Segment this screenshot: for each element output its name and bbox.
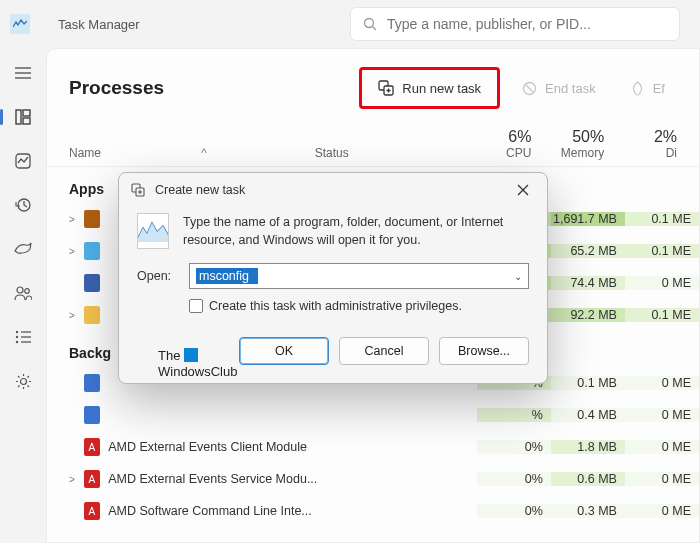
cancel-button[interactable]: Cancel — [339, 337, 429, 365]
run-new-task-label: Run new task — [402, 81, 481, 96]
app-title: Task Manager — [58, 17, 140, 32]
col-disk[interactable]: 2%Di — [604, 128, 677, 166]
ok-button[interactable]: OK — [239, 337, 329, 365]
process-name: AMD External Events Service Modu... — [108, 472, 332, 486]
dialog-icon — [131, 183, 145, 197]
dialog-description: Type the name of a program, folder, docu… — [183, 213, 529, 249]
memory-cell: 74.4 MB — [551, 276, 625, 290]
admin-checkbox-label: Create this task with administrative pri… — [209, 299, 462, 313]
column-headers: Name^ Status 6%CPU 50%Memory 2%Di — [47, 121, 699, 167]
nav-users-icon[interactable] — [12, 282, 34, 304]
cpu-cell: % — [477, 408, 551, 422]
end-task-button: End task — [510, 74, 608, 103]
table-row[interactable]: > A AMD External Events Service Modu... … — [69, 463, 699, 495]
cpu-cell: 0% — [477, 440, 551, 454]
efficiency-label: Ef — [653, 81, 665, 96]
col-name[interactable]: Name^ — [69, 146, 315, 166]
svg-rect-7 — [23, 118, 30, 124]
process-name: AMD Software Command Line Inte... — [108, 504, 332, 518]
search-box[interactable] — [350, 7, 680, 41]
process-icon — [84, 406, 101, 424]
col-memory[interactable]: 50%Memory — [531, 128, 604, 166]
process-icon — [84, 274, 101, 292]
dialog-title: Create new task — [155, 183, 245, 197]
nav-processes-icon[interactable] — [12, 106, 34, 128]
table-row[interactable]: A AMD External Events Client Module 0% 1… — [69, 431, 699, 463]
svg-line-24 — [525, 84, 533, 92]
svg-point-11 — [25, 289, 30, 294]
chevron-down-icon[interactable]: ⌄ — [514, 271, 522, 282]
watermark: The WindowsClub — [158, 348, 237, 381]
disk-cell: 0 ME — [625, 472, 699, 486]
memory-cell: 0.4 MB — [551, 408, 625, 422]
open-label: Open: — [137, 269, 177, 283]
process-name: AMD External Events Client Module — [108, 440, 332, 454]
nav-details-icon[interactable] — [12, 326, 34, 348]
svg-point-10 — [17, 287, 23, 293]
svg-point-12 — [16, 331, 18, 333]
nav-settings-icon[interactable] — [12, 370, 34, 392]
admin-checkbox[interactable]: Create this task with administrative pri… — [137, 299, 529, 313]
memory-cell: 92.2 MB — [551, 308, 625, 322]
open-combobox[interactable]: ⌄ — [189, 263, 529, 289]
expand-icon[interactable]: > — [69, 310, 84, 321]
process-icon: A — [84, 502, 101, 520]
table-row[interactable]: % 0.4 MB 0 ME — [69, 399, 699, 431]
sidebar — [0, 48, 46, 543]
cpu-cell: 0% — [477, 472, 551, 486]
run-task-icon — [378, 80, 394, 96]
dialog-chart-icon — [137, 213, 169, 249]
col-status[interactable]: Status — [315, 146, 459, 166]
search-icon — [363, 17, 377, 31]
svg-point-0 — [365, 19, 374, 28]
disk-cell: 0 ME — [625, 408, 699, 422]
svg-point-18 — [20, 378, 26, 384]
sort-indicator-icon: ^ — [201, 146, 207, 160]
svg-rect-6 — [23, 110, 30, 116]
page-title: Processes — [69, 77, 349, 99]
search-input[interactable] — [387, 16, 667, 32]
table-row[interactable]: A AMD Software Command Line Inte... 0% 0… — [69, 495, 699, 527]
svg-line-1 — [373, 27, 377, 31]
disk-cell: 0.1 ME — [625, 308, 699, 322]
expand-icon[interactable]: > — [69, 246, 84, 257]
memory-cell: 0.6 MB — [551, 472, 625, 486]
memory-cell: 0.1 MB — [551, 376, 625, 390]
nav-performance-icon[interactable] — [12, 150, 34, 172]
expand-icon[interactable]: > — [69, 214, 84, 225]
memory-cell: 65.2 MB — [551, 244, 625, 258]
checkbox-icon[interactable] — [189, 299, 203, 313]
nav-history-icon[interactable] — [12, 194, 34, 216]
memory-cell: 1,691.7 MB — [551, 212, 625, 226]
memory-cell: 0.3 MB — [551, 504, 625, 518]
svg-rect-5 — [16, 110, 21, 124]
end-task-label: End task — [545, 81, 596, 96]
app-icon — [10, 14, 30, 34]
disk-cell: 0 ME — [625, 440, 699, 454]
efficiency-button: Ef — [618, 74, 677, 103]
cpu-cell: 0% — [477, 504, 551, 518]
process-icon: A — [84, 438, 101, 456]
process-icon — [84, 374, 101, 392]
memory-cell: 1.8 MB — [551, 440, 625, 454]
process-icon — [84, 210, 101, 228]
disk-cell: 0.1 ME — [625, 244, 699, 258]
run-new-task-button[interactable]: Run new task — [359, 67, 500, 109]
hamburger-icon[interactable] — [12, 62, 34, 84]
col-cpu[interactable]: 6%CPU — [459, 128, 532, 166]
process-icon — [84, 306, 101, 324]
process-icon: A — [84, 470, 101, 488]
disk-cell: 0 ME — [625, 376, 699, 390]
open-input[interactable] — [196, 268, 258, 284]
browse-button[interactable]: Browse... — [439, 337, 529, 365]
nav-startup-icon[interactable] — [12, 238, 34, 260]
svg-point-14 — [16, 336, 18, 338]
disk-cell: 0 ME — [625, 276, 699, 290]
svg-point-16 — [16, 341, 18, 343]
expand-icon[interactable]: > — [69, 474, 84, 485]
end-task-icon — [522, 81, 537, 96]
close-button[interactable] — [511, 182, 535, 198]
watermark-logo-icon — [184, 348, 198, 362]
efficiency-icon — [630, 81, 645, 96]
disk-cell: 0.1 ME — [625, 212, 699, 226]
